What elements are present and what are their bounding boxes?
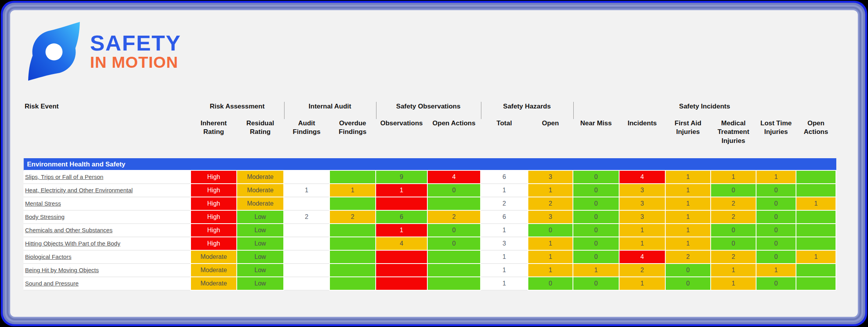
value-cell: 0 <box>666 277 710 291</box>
compass-swirl-icon <box>23 21 85 82</box>
value-cell: Low <box>237 264 283 277</box>
value-cell: 2 <box>711 197 756 211</box>
column-header-open-actions: Open Actions <box>796 119 836 137</box>
value-cell: 0 <box>428 237 480 251</box>
value-cell: 0 <box>573 211 619 224</box>
risk-event-link[interactable]: Sound and Pressure <box>23 277 190 291</box>
value-cell: Low <box>237 237 283 251</box>
value-cell: 6 <box>481 211 528 224</box>
value-cell: 3 <box>619 197 665 211</box>
value-cell: 0 <box>528 277 573 291</box>
value-cell: Low <box>237 211 283 224</box>
column-header-medical-treatment-injuries: Medical Treatment Injuries <box>711 119 756 145</box>
value-cell <box>330 237 375 251</box>
value-cell <box>376 264 427 277</box>
column-header-residual-rating: Residual Rating <box>237 119 283 137</box>
table-row: Hitting Objects With Part of the BodyHig… <box>23 237 836 251</box>
value-cell <box>428 197 480 211</box>
value-cell <box>330 277 375 291</box>
value-cell: 0 <box>573 251 619 264</box>
value-cell <box>796 171 836 184</box>
value-cell <box>796 277 836 291</box>
value-cell <box>796 211 836 224</box>
value-cell: 1 <box>528 264 573 277</box>
value-cell <box>428 251 480 264</box>
value-cell <box>330 264 375 277</box>
value-cell: 6 <box>481 171 528 184</box>
column-group-safety-observations: Safety Observations <box>376 102 480 119</box>
logo-title: SAFETY <box>90 32 181 54</box>
value-cell: 1 <box>756 171 796 184</box>
value-cell: 0 <box>756 251 796 264</box>
table-body: Slips, Trips or Fall of a PersonHighMode… <box>23 171 836 291</box>
column-header-open-actions: Open Actions <box>428 119 480 128</box>
value-cell: 3 <box>528 171 573 184</box>
value-cell: 0 <box>756 211 796 224</box>
value-cell: 1 <box>666 184 710 197</box>
section-header-environment-health-and-safety: Environment Health and Safety <box>23 158 836 171</box>
value-cell: 4 <box>619 171 665 184</box>
value-cell: 0 <box>428 184 480 197</box>
value-cell: 0 <box>666 264 710 277</box>
value-cell <box>284 251 329 264</box>
value-cell <box>428 277 480 291</box>
value-cell: Low <box>237 277 283 291</box>
value-cell: Moderate <box>191 264 236 277</box>
risk-event-link[interactable]: Slips, Trips or Fall of a Person <box>23 171 190 184</box>
value-cell <box>330 251 375 264</box>
value-cell: 0 <box>756 184 796 197</box>
value-cell <box>796 184 836 197</box>
value-cell: 0 <box>573 197 619 211</box>
value-cell: Low <box>237 224 283 237</box>
value-cell: Moderate <box>237 197 283 211</box>
column-header-observations: Observations <box>376 119 427 128</box>
value-cell: 0 <box>711 184 756 197</box>
value-cell: 1 <box>528 251 573 264</box>
column-header-lost-time-injuries: Lost Time Injuries <box>756 119 796 137</box>
value-cell: 1 <box>796 251 836 264</box>
value-cell <box>796 264 836 277</box>
value-cell: 1 <box>619 237 665 251</box>
risk-event-link[interactable]: Heat, Electricity and Other Environmenta… <box>23 184 190 197</box>
value-cell <box>376 251 427 264</box>
value-cell <box>428 264 480 277</box>
value-cell: 1 <box>528 237 573 251</box>
value-cell: 1 <box>573 264 619 277</box>
value-cell: 1 <box>666 224 710 237</box>
value-cell: 0 <box>756 277 796 291</box>
value-cell: 0 <box>573 184 619 197</box>
value-cell: 1 <box>284 184 329 197</box>
risk-event-link[interactable]: Mental Stress <box>23 197 190 211</box>
value-cell: 1 <box>796 197 836 211</box>
value-cell: 1 <box>711 171 756 184</box>
risk-event-link-label: Being Hit by Moving Objects <box>25 267 99 273</box>
value-cell: 1 <box>376 224 427 237</box>
value-cell: 4 <box>428 171 480 184</box>
value-cell <box>796 224 836 237</box>
risk-event-link[interactable]: Hitting Objects With Part of the Body <box>23 237 190 251</box>
value-cell: 1 <box>711 277 756 291</box>
risk-event-table: Risk Event Risk AssessmentInternal Audit… <box>23 102 836 291</box>
value-cell <box>284 171 329 184</box>
column-header-first-aid-injuries: First Aid Injuries <box>666 119 710 137</box>
risk-event-link[interactable]: Biological Factors <box>23 251 190 264</box>
risk-event-link[interactable]: Being Hit by Moving Objects <box>23 264 190 277</box>
value-cell: 1 <box>666 197 710 211</box>
value-cell: 4 <box>376 237 427 251</box>
risk-event-link[interactable]: Body Stressing <box>23 211 190 224</box>
value-cell: 2 <box>481 197 528 211</box>
logo-text: SAFETY IN MOTION <box>90 32 181 71</box>
value-cell: 1 <box>481 251 528 264</box>
value-cell: High <box>191 197 236 211</box>
value-cell: High <box>191 211 236 224</box>
value-cell: 1 <box>666 211 710 224</box>
value-cell <box>284 224 329 237</box>
risk-event-link[interactable]: Chemicals and Other Substances <box>23 224 190 237</box>
value-cell: 3 <box>528 211 573 224</box>
value-cell: 0 <box>756 224 796 237</box>
value-cell: High <box>191 237 236 251</box>
value-cell: 2 <box>619 264 665 277</box>
value-cell: 1 <box>756 264 796 277</box>
value-cell: 0 <box>573 171 619 184</box>
value-cell <box>330 171 375 184</box>
